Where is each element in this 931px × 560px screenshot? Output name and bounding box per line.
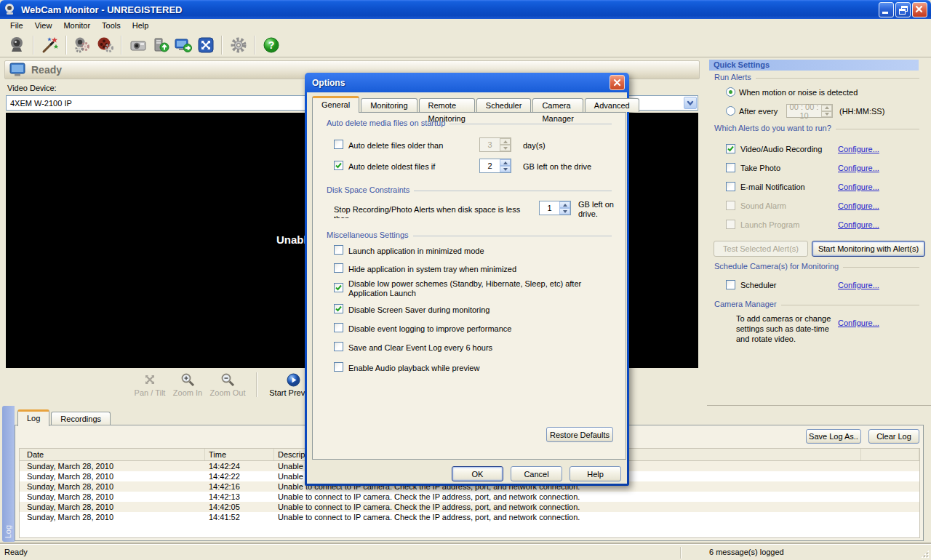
options-button[interactable] — [227, 35, 249, 55]
close-button[interactable] — [912, 2, 927, 17]
help-dialog-button[interactable]: Help — [570, 466, 621, 481]
misc-label: Disable event logging to improve perform… — [348, 324, 511, 334]
configure-sound-alarm-link[interactable]: Configure... — [838, 201, 879, 210]
toolbar-separator — [33, 36, 34, 55]
tab-remote-monitoring[interactable]: Remote Monitoring — [419, 98, 475, 112]
interval-spin-down[interactable] — [821, 111, 832, 118]
older-days-spin-down[interactable] — [500, 145, 511, 151]
pan-tilt-tool-button[interactable] — [194, 35, 217, 55]
tab-camera-manager[interactable]: Camera Manager — [532, 98, 583, 112]
launch-minimized-checkbox[interactable] — [334, 245, 343, 255]
oldest-gb-field[interactable]: 2 — [479, 159, 511, 173]
enable-audio-playback-checkbox[interactable] — [334, 362, 343, 372]
status-bar: Ready 6 message(s) logged — [0, 544, 931, 560]
minimize-button[interactable] — [879, 2, 894, 17]
dropdown-button[interactable] — [684, 97, 697, 109]
disk-space-gb-field[interactable]: 1 — [539, 201, 571, 215]
configure-email-link[interactable]: Configure... — [838, 183, 879, 191]
status-ready-text: Ready — [4, 548, 28, 556]
disable-event-logging-checkbox[interactable] — [334, 323, 343, 332]
test-selected-alerts-button[interactable]: Test Selected Alert(s) — [714, 241, 808, 257]
tab-recordings[interactable]: Recordings — [51, 412, 111, 425]
dialog-close-button[interactable] — [610, 75, 625, 90]
table-row[interactable]: Sunday, March 28, 2010 14:42:05 Unable t… — [20, 502, 919, 512]
menu-item-file[interactable]: File — [4, 19, 29, 33]
tab-general[interactable]: General — [312, 96, 359, 113]
email-notification-checkbox[interactable] — [726, 182, 735, 191]
clear-log-button[interactable]: Clear Log — [868, 429, 919, 444]
zoom-out-button[interactable]: Zoom Out — [205, 372, 250, 397]
configure-launch-program-link[interactable]: Configure... — [838, 220, 879, 229]
scheduler-checkbox[interactable] — [726, 280, 735, 289]
monitor-icon — [9, 63, 25, 77]
after-every-radio[interactable] — [726, 106, 735, 116]
chevron-down-icon — [685, 99, 695, 108]
take-photo-button[interactable] — [127, 35, 149, 55]
zoom-in-button[interactable]: Zoom In — [166, 372, 209, 397]
older-days-field[interactable]: 3 — [479, 137, 511, 152]
broadcast-button[interactable] — [149, 35, 172, 55]
table-row[interactable]: Sunday, March 28, 2010 14:41:52 Unable t… — [20, 512, 919, 522]
pan-tilt-icon — [197, 36, 215, 54]
help-button[interactable]: ? — [260, 35, 282, 55]
menu-item-monitor[interactable]: Monitor — [57, 19, 96, 33]
disable-screensaver-checkbox[interactable] — [334, 304, 343, 313]
hide-in-tray-checkbox[interactable] — [334, 263, 343, 273]
tab-log[interactable]: Log — [17, 409, 49, 426]
video-audio-recording-checkbox[interactable] — [726, 144, 735, 153]
wizard-button[interactable] — [39, 35, 61, 55]
configure-take-photo-link[interactable]: Configure... — [838, 164, 879, 172]
interval-time-field[interactable]: 00 : 00 : 10 — [786, 104, 833, 118]
resize-grip[interactable] — [920, 549, 930, 559]
run-alerts-heading: Run Alerts — [714, 73, 919, 81]
restore-button[interactable] — [895, 2, 911, 17]
start-monitoring-button[interactable]: Start Monitoring with Alert(s) — [812, 241, 925, 257]
configure-scheduler-link[interactable]: Configure... — [838, 281, 879, 289]
oldest-gb-spin-down[interactable] — [500, 166, 511, 172]
disk-space-spin-up[interactable] — [559, 201, 570, 208]
motion-noise-radio[interactable] — [726, 87, 735, 97]
restore-defaults-button[interactable]: Restore Defaults — [546, 427, 613, 442]
oldest-gb-spin-up[interactable] — [500, 159, 511, 166]
recording-settings-button[interactable] — [94, 35, 116, 55]
gear-icon — [229, 36, 248, 55]
cancel-button[interactable]: Cancel — [511, 466, 562, 481]
disk-space-spin-down[interactable] — [559, 208, 570, 215]
tab-monitoring[interactable]: Monitoring — [361, 98, 417, 112]
menu-item-view[interactable]: View — [29, 19, 58, 33]
tab-scheduler[interactable]: Scheduler — [476, 98, 532, 112]
help-icon: ? — [263, 36, 280, 54]
controls-separator — [256, 372, 257, 397]
remote-monitoring-button[interactable] — [172, 35, 194, 55]
interval-spin-up[interactable] — [821, 105, 832, 111]
save-clear-log-checkbox[interactable] — [334, 342, 343, 351]
column-header-date[interactable]: Date — [20, 449, 205, 460]
configure-camera-manager-link[interactable]: Configure... — [838, 319, 879, 327]
quick-settings-header: Quick Settings — [709, 60, 919, 71]
save-log-as-button[interactable]: Save Log As.. — [806, 429, 861, 444]
take-photo-checkbox[interactable] — [726, 163, 735, 172]
older-days-spin-up[interactable] — [500, 138, 511, 145]
table-row[interactable]: Sunday, March 28, 2010 14:42:13 Unable t… — [20, 492, 919, 502]
disable-low-power-checkbox[interactable] — [334, 283, 343, 292]
pan-tilt-button[interactable]: Pan / Tilt — [128, 372, 172, 397]
launch-program-checkbox[interactable] — [726, 220, 735, 229]
auto-delete-oldest-checkbox[interactable] — [334, 161, 343, 170]
column-header-extra[interactable] — [861, 449, 919, 460]
log-side-bar[interactable]: Log — [2, 406, 15, 542]
camera-settings-button[interactable] — [71, 35, 94, 55]
disk-space-heading: Disk Space Constraints — [327, 185, 612, 194]
alert-label: E-mail Notification — [740, 183, 805, 191]
tab-advanced[interactable]: Advanced — [585, 98, 639, 112]
toolbar-separator — [65, 36, 67, 55]
auto-delete-older-checkbox[interactable] — [334, 140, 343, 149]
sound-alarm-checkbox[interactable] — [726, 201, 735, 210]
menu-item-help[interactable]: Help — [127, 19, 155, 33]
menu-item-tools[interactable]: Tools — [96, 19, 127, 33]
webcam-button[interactable] — [6, 35, 28, 55]
which-alerts-heading: Which Alerts do you want to run? — [714, 124, 919, 132]
column-header-time[interactable]: Time — [205, 449, 274, 460]
options-dialog: Options General Monitoring Remote Monito… — [305, 73, 629, 486]
configure-video-audio-link[interactable]: Configure... — [838, 145, 879, 153]
ok-button[interactable]: OK — [452, 466, 503, 481]
